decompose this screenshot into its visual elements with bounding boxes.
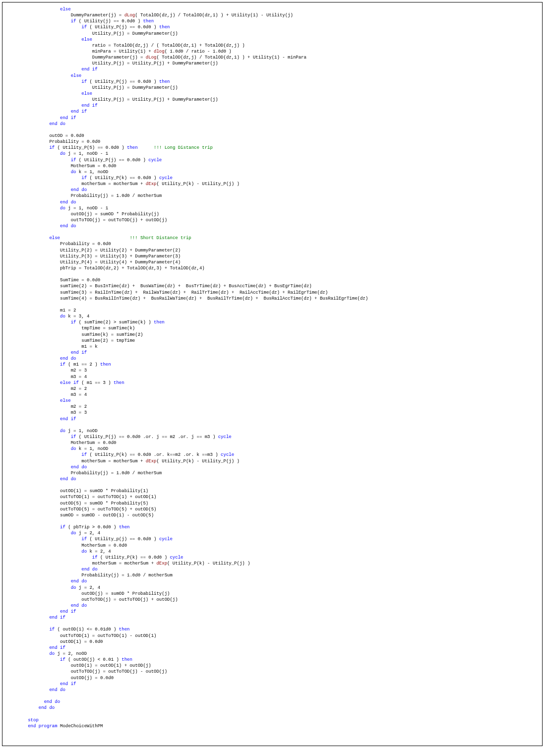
code-line: end do: [6, 699, 538, 705]
code-text: [138, 145, 154, 150]
keyword: end do: [49, 688, 65, 693]
code-line: m3 = 4: [6, 374, 538, 380]
code-line: motherSum = motherSum + dExp( Utility_P(…: [6, 458, 538, 464]
keyword: end do: [44, 699, 60, 704]
keyword: end if: [60, 609, 76, 614]
code-line: end do: [6, 578, 538, 584]
code-text: Utility_P(2) = Utility(2) + DummyParamet…: [60, 248, 181, 253]
code-text: motherSum = motherSum +: [92, 561, 157, 566]
keyword: do: [60, 314, 65, 319]
code-line: outOD = 0.0d0: [6, 133, 538, 139]
code-line: if ( outOD(j) < 0.01 ) then: [6, 657, 538, 663]
keyword: end if: [60, 116, 76, 121]
code-line: end do: [6, 705, 538, 711]
code-line: [6, 302, 538, 308]
keyword: then: [119, 525, 130, 530]
code-line: do j = 1, noOD - 1: [6, 205, 538, 211]
code-text: outToTOD(1) = outToTOD(1) + outOD(1): [60, 495, 156, 500]
code-text: k = 1, noOD: [76, 170, 108, 175]
code-line: sumTime(3) = RailInTime(dz) + RailWaTime…: [6, 290, 538, 296]
code-text: j = 1, noOD - 1: [65, 206, 108, 211]
keyword: if: [71, 19, 76, 24]
code-line: end program ModeChoiceWithPM: [6, 723, 538, 729]
code-text: ( Utility_P(j) == 0.0d0 ): [87, 79, 159, 84]
code-line: end do: [6, 199, 538, 205]
keyword: then: [159, 79, 170, 84]
code-text: m1 = k: [81, 344, 97, 349]
code-line: m1 = 2: [6, 308, 538, 314]
code-text: pbTrip = TotalOD(dz,2) + TotalOD(dz,3) +…: [60, 266, 205, 271]
keyword: end program: [28, 724, 57, 729]
code-line: if ( Utility_P(j) == 0.0d0 ) then: [6, 24, 538, 30]
code-listing: else DummyParameter(j) = dLog( TotalOD(d…: [2, 2, 543, 746]
code-line: [6, 422, 538, 428]
code-text: outToTOD(5) = outToTOD(5) + outOD(5): [60, 507, 156, 512]
code-text: ( Utility_P(j) == 0.0d0 .or. j == m2 .or…: [76, 435, 218, 440]
code-text: ( outOD(j) < 0.01 ): [65, 657, 122, 662]
code-line: pbTrip = TotalOD(dz,2) + TotalOD(dz,3) +…: [6, 265, 538, 271]
code-line: MotherSum = 0.0d0: [6, 163, 538, 169]
keyword: if: [60, 525, 65, 530]
code-text: outToTOD(j) = outToTOD(j) + outOD(j): [71, 218, 167, 223]
code-text: ( Utility_P(k) == 0.0d0 .or. k==m2 .or. …: [87, 452, 221, 457]
code-line: end if: [6, 416, 538, 422]
keyword: if: [81, 79, 87, 84]
keyword: end do: [71, 465, 87, 470]
keyword: do: [71, 446, 76, 451]
code-line: Utility_P(2) = Utility(2) + DummyParamet…: [6, 248, 538, 253]
code-text: Probability(j) = 1.0d0 / motherSum: [81, 573, 173, 578]
keyword: do: [60, 429, 65, 434]
code-line: outToTOD(j) = outToTOD(j) + outOD(j): [6, 597, 538, 603]
code-line: Probability = 0.0d0: [6, 139, 538, 145]
code-text: outOD(1) = outOD(1) + outOD(j): [71, 663, 151, 668]
code-line: m2 = 3: [6, 368, 538, 374]
code-text: SumTime = 0.0d0: [60, 278, 100, 283]
code-line: outToTOD(j) = outToTOD(j) + outOD(j): [6, 217, 538, 223]
keyword: then: [114, 380, 124, 385]
code-text: sumOD = sumOD - outOD(1) - outOD(5): [60, 513, 154, 518]
keyword: cycle: [148, 158, 162, 163]
keyword: else: [49, 236, 60, 241]
keyword: end do: [71, 579, 87, 584]
code-text: sumTime(2) = tmpTime: [81, 338, 135, 343]
code-line: if ( sumTime(2) > sumTime(k) ) then: [6, 319, 538, 325]
code-line: Utility_P(j) = Utility_P(j) + DummyParam…: [6, 61, 538, 66]
code-text: k = 3, 4: [65, 314, 90, 319]
code-line: outOD(5) = sumOD * Probability(5): [6, 501, 538, 506]
code-line: end if: [6, 66, 538, 72]
code-line: Probability(j) = 1.0d0 / motherSum: [6, 572, 538, 578]
code-line: DummyParameter(j) = dLog( TotalOD(dz,j) …: [6, 12, 538, 18]
code-text: k = 1, noOD: [76, 446, 108, 451]
code-text: ( m1 == 2 ): [65, 362, 100, 367]
code-line: [6, 482, 538, 488]
code-line: [6, 693, 538, 699]
code-text: ( Utility_p(j) == 0.0d0 ): [87, 537, 159, 542]
keyword: then: [127, 145, 138, 150]
code-text: outOD(5) = sumOD * Probability(5): [60, 501, 148, 506]
code-text: outOD(j) = 0.0d0: [71, 676, 114, 681]
code-text: m2 = 3: [71, 368, 87, 373]
code-line: outOD(j) = sumOD * Probability(j): [6, 211, 538, 217]
keyword: then: [122, 657, 132, 662]
code-text: MotherSum = 0.0d0: [81, 543, 127, 548]
code-text: ( TotalOD(dz,j) / TotalOD(dz,1) ) + Util…: [135, 13, 293, 18]
code-line: else: [6, 91, 538, 97]
code-line: do k = 2, 4: [6, 549, 538, 555]
keyword: end do: [60, 477, 76, 482]
code-line: ratio = TotalOD(dz,j) / ( TotalOD(dz,1) …: [6, 43, 538, 49]
code-line: Probability(j) = 1.0d0 / motherSum: [6, 470, 538, 476]
code-line: end do: [6, 567, 538, 572]
code-text: ( Utility_P(5) == 0.0d0 ): [55, 145, 127, 150]
comment: !!! Long Distance trip: [154, 145, 213, 150]
code-line: end do: [6, 603, 538, 609]
code-text: sumTime(2) = BusInTime(dz) + BusWaTime(d…: [60, 284, 312, 289]
code-line: end if: [6, 645, 538, 651]
code-line: end do: [6, 223, 538, 229]
code-line: end if: [6, 109, 538, 115]
code-text: ( pbTrip > 0.0d0 ): [65, 525, 119, 530]
code-text: ModeChoiceWithPM: [58, 724, 103, 729]
keyword: do: [71, 531, 76, 536]
keyword: then: [143, 19, 154, 24]
code-text: j = 2, 4: [76, 585, 100, 590]
code-line: Utility_P(j) = Utility_P(j) + DummyParam…: [6, 97, 538, 103]
